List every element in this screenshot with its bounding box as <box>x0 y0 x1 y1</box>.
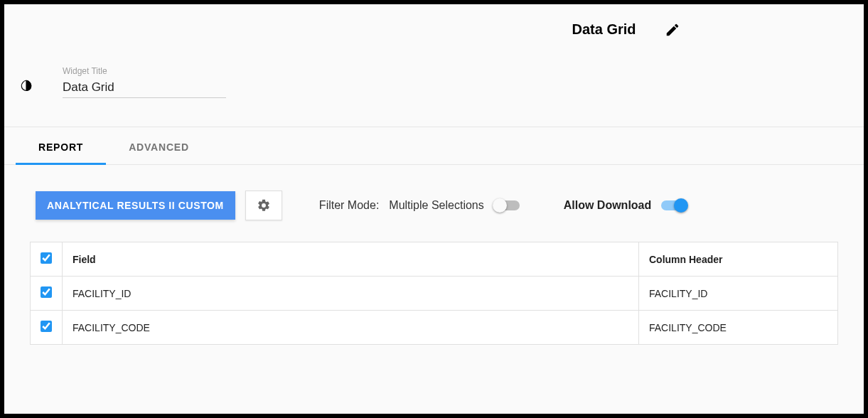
column-header-header: Column Header <box>639 242 838 277</box>
filter-mode-toggle[interactable] <box>494 200 520 210</box>
tabs: REPORT ADVANCED <box>4 127 864 165</box>
analytical-results-button[interactable]: ANALYTICAL RESULTS II CUSTOM <box>36 191 235 220</box>
settings-button[interactable] <box>245 191 282 220</box>
toolbar: ANALYTICAL RESULTS II CUSTOM Filter Mode… <box>4 165 864 242</box>
widget-config-panel: Data Grid Widget Title REPORT ADVANCED A… <box>4 4 864 414</box>
widget-title-label: Widget Title <box>63 66 226 76</box>
table-row: FACILITY_ID FACILITY_ID <box>31 277 838 311</box>
row-checkbox[interactable] <box>41 321 52 332</box>
allow-download-group: Allow Download <box>564 199 687 212</box>
field-header: Field <box>63 242 639 277</box>
header: Data Grid <box>4 4 864 45</box>
pencil-icon <box>665 22 680 38</box>
widget-title-section: Widget Title <box>4 45 864 127</box>
column-header-cell: FACILITY_ID <box>639 277 838 311</box>
allow-download-label: Allow Download <box>564 199 652 212</box>
table-header-row: Field Column Header <box>31 242 838 277</box>
widget-title-group: Widget Title <box>63 66 226 98</box>
row-checkbox[interactable] <box>41 286 52 298</box>
allow-download-toggle[interactable] <box>661 200 687 210</box>
filter-mode-group: Filter Mode: Multiple Selections <box>319 199 520 212</box>
toggle-knob <box>674 198 688 213</box>
table-row: FACILITY_CODE FACILITY_CODE <box>31 311 838 345</box>
tab-report[interactable]: REPORT <box>16 127 106 164</box>
select-all-checkbox[interactable] <box>41 252 52 264</box>
field-cell: FACILITY_CODE <box>63 311 639 345</box>
toggle-knob <box>493 198 507 213</box>
select-all-cell <box>31 242 63 277</box>
fields-table: Field Column Header FACILITY_ID FACILITY… <box>30 242 838 345</box>
tab-advanced[interactable]: ADVANCED <box>106 127 212 164</box>
field-cell: FACILITY_ID <box>63 277 639 311</box>
widget-title-input[interactable] <box>63 79 226 98</box>
fields-table-wrap: Field Column Header FACILITY_ID FACILITY… <box>4 242 864 345</box>
edit-button[interactable] <box>665 22 680 38</box>
header-title: Data Grid <box>572 21 636 38</box>
contrast-icon[interactable] <box>20 79 33 95</box>
filter-mode-label: Filter Mode: <box>319 199 379 212</box>
gear-icon <box>257 198 271 213</box>
row-checkbox-cell <box>31 277 63 311</box>
filter-mode-value: Multiple Selections <box>389 199 483 212</box>
column-header-cell: FACILITY_CODE <box>639 311 838 345</box>
row-checkbox-cell <box>31 311 63 345</box>
